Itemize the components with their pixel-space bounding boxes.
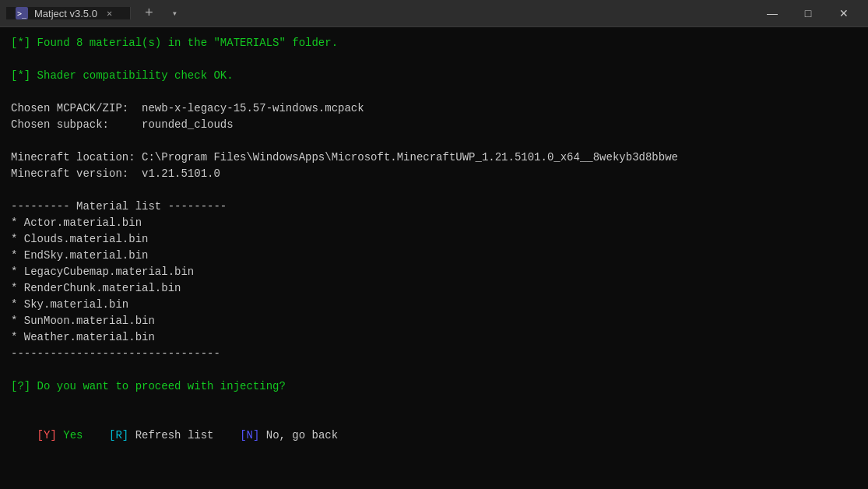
tab-dropdown-button[interactable]: ▾ [167,8,182,19]
output-line-7 [11,133,857,150]
terminal-output: [*] Found 8 material(s) in the "MATERIAL… [0,27,868,489]
output-line-21 [11,362,857,378]
output-line-23 [11,395,857,411]
close-button[interactable]: ✕ [826,0,862,26]
output-line-6: Chosen subpack: rounded_clouds [11,117,857,133]
output-line-15: * LegacyCubemap.material.bin [11,264,857,280]
prompt-n-label: No, go back [266,429,338,442]
prompt-n-bracket: [N] [240,429,259,442]
tab-close-button[interactable]: ✕ [107,8,112,19]
output-line-5: Chosen MCPACK/ZIP: newb-x-legacy-15.57-w… [11,100,857,117]
terminal-icon: >_ [16,7,28,19]
output-line-9: Minecraft version: v1.21.5101.0 [11,166,857,182]
minimize-button[interactable]: — [754,0,790,26]
output-line-19: * Weather.material.bin [11,329,857,346]
output-prompt-line: [Y] Yes [R] Refresh list [N] No, go back [11,411,857,460]
output-line-22: [?] Do you want to proceed with injectin… [11,378,857,395]
tab-title: Matject v3.5.0 [34,8,97,19]
window-controls: — □ ✕ [754,0,862,26]
output-line-11: --------- Material list --------- [11,199,857,215]
tab-active[interactable]: >_ Matject v3.5.0 ✕ [6,7,131,19]
output-line-3: [*] Shader compatibility check OK. [11,68,857,84]
output-line-1: [*] Found 8 material(s) in the "MATERIAL… [11,35,857,51]
titlebar-left: >_ Matject v3.5.0 ✕ + ▾ [6,5,182,21]
output-line-20: -------------------------------- [11,346,857,362]
output-line-2 [11,51,857,68]
output-line-16: * RenderChunk.material.bin [11,280,857,297]
output-line-14: * EndSky.material.bin [11,248,857,264]
output-line-12: * Actor.material.bin [11,215,857,231]
output-line-10 [11,182,857,199]
output-line-8: Minecraft location: C:\Program Files\Win… [11,150,857,166]
new-tab-button[interactable]: + [137,5,161,21]
output-line-18: * SunMoon.material.bin [11,313,857,329]
prompt-r-bracket: [R] [109,429,128,442]
prompt-y-label: Yes [63,429,83,442]
output-line-4 [11,84,857,100]
prompt-r-label: Refresh list [135,429,214,442]
prompt-y-bracket: [Y] [37,429,57,442]
svg-text:>_: >_ [17,9,27,19]
maximize-button[interactable]: □ [790,0,826,26]
output-line-17: * Sky.material.bin [11,297,857,313]
output-line-13: * Clouds.material.bin [11,231,857,248]
titlebar: >_ Matject v3.5.0 ✕ + ▾ — □ ✕ [0,0,868,27]
